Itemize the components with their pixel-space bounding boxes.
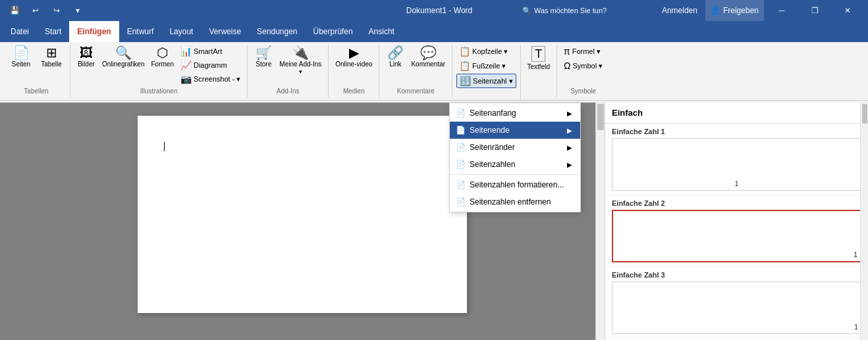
panel-preview-1: 1 — [612, 138, 861, 191]
search-icon: 🔍 — [522, 7, 531, 15]
panel-item-1-title: Einfache Zahl 1 — [612, 128, 861, 135]
screenshot-button[interactable]: 📷 Screenshot - ▾ — [178, 72, 243, 85]
smartart-button[interactable]: 📊 SmartArt — [178, 45, 243, 58]
panel-preview-3: 1 — [612, 281, 861, 334]
tab-entwurf[interactable]: Entwurf — [119, 21, 162, 42]
signin-button[interactable]: Anmelden — [657, 0, 703, 21]
meine-addins-button[interactable]: 🔌 Meine Add-Ins ▾ — [277, 45, 324, 76]
tabelle-icon: ⊞ — [46, 46, 57, 59]
kommentar-button[interactable]: 💬 Kommentar — [408, 45, 448, 70]
tab-verweise[interactable]: Verweise — [201, 21, 249, 42]
tab-sendungen[interactable]: Sendungen — [249, 21, 305, 42]
save-button[interactable]: 💾 — [5, 1, 24, 20]
onlinegrafiken-icon: 🔍 — [115, 46, 132, 59]
document-page[interactable] — [138, 116, 467, 313]
search-bar[interactable]: 🔍 Was möchten Sie tun? — [522, 0, 654, 21]
seitenraender-arrow: ▶ — [567, 144, 572, 151]
side-panel-scrollbar-thumb[interactable] — [862, 104, 867, 124]
menu-item-seitenraender[interactable]: 📄 Seitenränder ▶ — [450, 139, 580, 156]
title-bar-left: 💾 ↩ ↪ ▾ — [5, 1, 87, 20]
ribbon-group-kopfzeile: 📋 Kopfzeile ▾ 📋 Fußzeile ▾ 🔢 Seitenzahl … — [452, 45, 520, 100]
entfernen-icon: 📄 — [455, 197, 466, 207]
scrollbar-vertical[interactable] — [595, 103, 605, 340]
formel-button[interactable]: π Formel ▾ — [561, 45, 603, 58]
formen-button[interactable]: ⬡ Formen — [148, 45, 176, 70]
tab-layout[interactable]: Layout — [161, 21, 201, 42]
ribbon-group-symbole: π Formel ▾ Ω Symbol ▾ Symbole — [557, 45, 609, 97]
ribbon-group-illustrationen: 🖼 Bilder 🔍 Onlinegrafiken ⬡ Formen 📊 Sma… — [70, 45, 248, 97]
formen-icon: ⬡ — [157, 46, 168, 59]
symbole-items: π Formel ▾ Ω Symbol ▾ — [561, 45, 605, 84]
seitenanfang-arrow: ▶ — [567, 110, 572, 117]
ribbon: Datei Start Einfügen Entwurf Layout Verw… — [0, 21, 868, 101]
share-button[interactable]: 👤 Freigeben — [705, 0, 764, 21]
medien-label: Medien — [329, 87, 379, 95]
ribbon-tabs: Datei Start Einfügen Entwurf Layout Verw… — [0, 21, 868, 42]
menu-item-seitenanfang[interactable]: 📄 Seitenanfang ▶ — [450, 105, 580, 122]
addins-items: 🛒 Store 🔌 Meine Add-Ins ▾ — [252, 45, 324, 88]
onlinegrafiken-button[interactable]: 🔍 Onlinegrafiken — [99, 45, 147, 70]
quick-access-toolbar: 💾 ↩ ↪ ▾ — [5, 1, 87, 20]
tab-start[interactable]: Start — [37, 21, 69, 42]
tabelle-button[interactable]: ⊞ Tabelle — [37, 45, 66, 70]
ribbon-content: 📄 Seiten ⊞ Tabelle Tabellen 🖼 Bilder 🔍 — [0, 42, 868, 101]
kommentare-items: 🔗 Link 💬 Kommentar — [383, 45, 448, 82]
panel-item-2[interactable]: Einfache Zahl 2 1 — [605, 195, 868, 267]
tab-datei[interactable]: Datei — [3, 21, 37, 42]
fusszeile-button[interactable]: 📋 Fußzeile ▾ — [456, 59, 508, 72]
formel-icon: π — [564, 46, 570, 57]
link-button[interactable]: 🔗 Link — [383, 45, 407, 70]
addins-label: Add-Ins — [248, 87, 328, 95]
customize-button[interactable]: ▾ — [68, 1, 87, 20]
preview-number-3: 1 — [854, 323, 858, 331]
symbol-button[interactable]: Ω Symbol ▾ — [561, 59, 605, 72]
redo-button[interactable]: ↪ — [47, 1, 66, 20]
store-icon: 🛒 — [256, 46, 272, 59]
seitenende-arrow: ▶ — [567, 127, 572, 134]
undo-button[interactable]: ↩ — [26, 1, 45, 20]
seitenzahl-button[interactable]: 🔢 Seitenzahl ▾ — [456, 74, 516, 88]
ribbon-group-addins: 🛒 Store 🔌 Meine Add-Ins ▾ Add-Ins — [248, 45, 329, 97]
diagramm-button[interactable]: 📈 Diagramm — [178, 59, 243, 72]
scrollbar-thumb[interactable] — [597, 104, 604, 130]
menu-item-formatieren[interactable]: 📄 Seitenzahlen formatieren... — [450, 176, 580, 193]
menu-item-seitenende[interactable]: 📄 Seitenende ▶ — [450, 122, 580, 139]
onlinevideo-button[interactable]: ▶ Online-video — [333, 45, 375, 70]
tabellen-items: 📄 Seiten ⊞ Tabelle — [7, 45, 66, 82]
textfeld-button[interactable]: T Textfeld — [525, 45, 553, 72]
panel-item-3-title: Einfache Zahl 3 — [612, 271, 861, 279]
tab-ueberpruefen[interactable]: Überprüfen — [306, 21, 361, 42]
formatieren-icon: 📄 — [455, 180, 466, 190]
tab-einfuegen[interactable]: Einfügen — [69, 21, 119, 42]
textfeld-icon: T — [531, 46, 545, 62]
seitenzahlen-icon: 📄 — [455, 159, 466, 170]
store-button[interactable]: 🛒 Store — [252, 45, 275, 70]
restore-button[interactable]: ❐ — [800, 0, 830, 21]
preview-number-1: 1 — [734, 180, 738, 187]
seitenraender-icon: 📄 — [455, 142, 466, 153]
share-icon: 👤 — [711, 6, 720, 15]
minimize-button[interactable]: ─ — [767, 0, 797, 21]
panel-preview-2: 1 — [612, 210, 861, 262]
addins-icon: 🔌 — [292, 46, 309, 59]
kommentare-label: Kommentare — [379, 87, 452, 95]
ribbon-group-kommentare: 🔗 Link 💬 Kommentar Kommentare — [379, 45, 452, 97]
menu-item-seitenzahlen[interactable]: 📄 Seitenzahlen ▶ — [450, 156, 580, 173]
panel-header: Einfach — [605, 103, 868, 124]
panel-item-3[interactable]: Einfache Zahl 3 1 — [605, 267, 868, 339]
illustrationen-label: Illustrationen — [70, 87, 247, 95]
seitenzahl-icon: 🔢 — [460, 76, 471, 86]
seiten-button[interactable]: 📄 Seiten — [7, 45, 36, 70]
tab-ansicht[interactable]: Ansicht — [361, 21, 402, 42]
menu-divider — [450, 174, 580, 175]
close-button[interactable]: ✕ — [832, 0, 863, 21]
fusszeile-icon: 📋 — [459, 61, 470, 71]
window-controls: 🔍 Was möchten Sie tun? Anmelden 👤 Freige… — [522, 0, 863, 21]
side-panel-scrollbar[interactable] — [860, 103, 868, 340]
menu-item-entfernen[interactable]: 📄 Seitenzahlen entfernen — [450, 193, 580, 210]
textfeld-items: T Textfeld — [525, 45, 553, 84]
bilder-button[interactable]: 🖼 Bilder — [74, 45, 98, 70]
panel-item-1[interactable]: Einfache Zahl 1 1 — [605, 124, 868, 195]
ribbon-group-tabellen: 📄 Seiten ⊞ Tabelle Tabellen — [3, 45, 70, 97]
kopfzeile-button[interactable]: 📋 Kopfzeile ▾ — [456, 45, 510, 58]
